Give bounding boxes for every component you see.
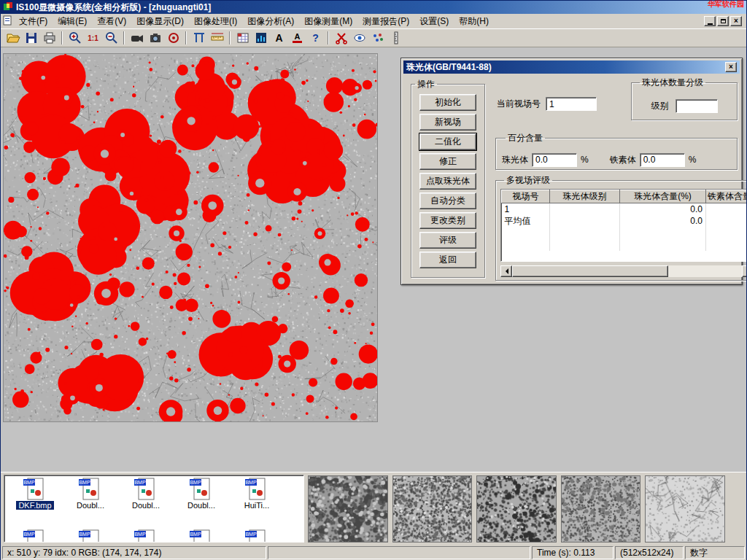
svg-text:BMP: BMP [245, 532, 257, 537]
file-label[interactable]: DKF.bmp [16, 501, 53, 510]
file-label[interactable]: Doubl... [185, 501, 217, 510]
new-field-button[interactable]: 新视场 [419, 114, 476, 131]
init-button[interactable]: 初始化 [419, 94, 476, 111]
thumbnail-3[interactable] [476, 475, 557, 542]
histogram-button[interactable] [252, 30, 270, 46]
toolbar-separator [123, 31, 125, 44]
file-item[interactable]: BMP [7, 529, 63, 542]
file-item[interactable]: BMP [63, 529, 118, 542]
delete-cut-button[interactable] [332, 30, 350, 46]
point-marker-button[interactable] [368, 30, 387, 46]
correct-button[interactable]: 修正 [419, 153, 476, 170]
file-item[interactable]: BMP Doubl... [174, 477, 229, 510]
col-header-field-no[interactable]: 视场号 [502, 190, 550, 203]
scroll-left-button[interactable] [500, 265, 512, 277]
thumbnail-1[interactable] [308, 475, 388, 542]
scroll-right-button[interactable] [742, 265, 746, 277]
ferrite-input[interactable]: 0.0 [640, 153, 685, 167]
file-label[interactable]: HuiTi... [242, 501, 271, 510]
help-icon: ? [312, 32, 319, 44]
zoom-out-button[interactable] [102, 30, 120, 46]
dialog-close-button[interactable]: × [725, 62, 737, 72]
bmp-file-icon: BMP [188, 477, 214, 501]
left-arrow-icon [503, 268, 508, 274]
menu-file[interactable]: 文件(F) [14, 14, 53, 29]
menu-image-analysis[interactable]: 图像分析(A) [242, 14, 299, 29]
binarize-button[interactable]: 二值化 [419, 133, 476, 150]
col-header-ferrite-content[interactable]: 铁素体含量(%) [706, 190, 747, 203]
file-browser[interactable]: BMP DKF.bmp BMP Doubl... BMP Doubl... BM… [4, 475, 304, 542]
thumbnail-5[interactable] [645, 475, 725, 542]
grade-input[interactable] [676, 99, 718, 113]
ruler-measure-button[interactable] [208, 30, 226, 46]
table-row[interactable]: 平均值 0.0 [502, 215, 747, 228]
right-arrow-icon [746, 268, 747, 274]
menubar: 文件(F) 编辑(E) 查看(V) 图像显示(D) 图像处理(I) 图像分析(A… [1, 14, 746, 28]
file-label[interactable]: Doubl... [130, 501, 162, 510]
col-header-pearlite-grade[interactable]: 珠光体级别 [550, 190, 620, 203]
ruler-icon [210, 31, 225, 45]
menu-edit[interactable]: 编辑(E) [53, 14, 92, 29]
pearlite-dialog: 珠光体(GB/T9441-88) × 操作 初始化 新视场 二值化 修正 点取珠… [400, 58, 743, 285]
current-field-input[interactable]: 1 [546, 97, 597, 111]
file-item[interactable]: BMP HuiTi... [229, 477, 285, 510]
font-color-button[interactable]: A [288, 30, 306, 46]
current-field-label: 当前视场号 [497, 98, 541, 110]
zoom-in-button[interactable] [66, 30, 84, 46]
help-button[interactable]: ? [306, 30, 325, 46]
camera-button[interactable] [146, 30, 164, 46]
open-button[interactable] [4, 30, 22, 46]
thumbnail-4[interactable] [561, 475, 641, 542]
scale-bar-button[interactable] [387, 30, 405, 46]
view-eye-button[interactable] [350, 30, 368, 46]
dialog-titlebar[interactable]: 珠光体(GB/T9441-88) × [403, 61, 740, 74]
mdi-close-button[interactable]: × [730, 16, 742, 26]
rate-button[interactable]: 评级 [419, 232, 476, 249]
menu-image-display[interactable]: 图像显示(D) [131, 14, 189, 29]
grid-icon [236, 31, 250, 45]
status-mode: 数字 [685, 546, 745, 559]
file-item[interactable]: BMP DKF.bmp [7, 477, 63, 510]
actual-size-button[interactable]: 1:1 [84, 30, 102, 46]
save-button[interactable] [22, 30, 40, 46]
pick-pearlite-button[interactable]: 点取珠光体 [419, 173, 476, 190]
caliper-button[interactable] [190, 30, 208, 46]
bmp-file-icon: BMP [244, 477, 270, 501]
video-capture-button[interactable] [128, 30, 146, 46]
save-floppy-icon [24, 31, 39, 45]
table-row[interactable]: 1 0.0 [502, 203, 747, 215]
grid-measure-button[interactable] [233, 30, 252, 46]
file-item[interactable]: BMP Doubl... [118, 477, 174, 510]
metallographic-image[interactable] [3, 53, 378, 422]
scrollbar-thumb[interactable] [512, 265, 668, 277]
menu-report[interactable]: 测量报告(P) [357, 14, 414, 29]
capture-target-button[interactable] [164, 30, 182, 46]
file-item[interactable]: BMP [174, 529, 229, 542]
change-class-button[interactable]: 更改类别 [419, 212, 476, 229]
operation-group-label: 操作 [415, 78, 437, 90]
file-item[interactable]: BMP [229, 529, 285, 542]
pearlite-input[interactable]: 0.0 [532, 153, 577, 167]
file-label[interactable]: Doubl... [74, 501, 107, 510]
zoom-in-icon [68, 31, 82, 45]
menu-help[interactable]: 帮助(H) [454, 14, 494, 29]
scrollbar-track[interactable] [512, 265, 742, 277]
bmp-file-icon: BMP [188, 529, 214, 542]
file-item[interactable]: BMP Doubl... [63, 477, 118, 510]
menu-settings[interactable]: 设置(S) [414, 14, 454, 29]
mdi-minimize-button[interactable] [704, 16, 716, 26]
col-header-pearlite-content[interactable]: 珠光体含量(%) [620, 190, 706, 203]
thumbnail-2[interactable] [392, 475, 473, 542]
menu-image-measure[interactable]: 图像测量(M) [299, 14, 357, 29]
menu-image-process[interactable]: 图像处理(I) [189, 14, 242, 29]
mdi-restore-button[interactable] [717, 16, 729, 26]
dialog-body: 操作 初始化 新视场 二值化 修正 点取珠光体 自动分类 更改类别 评级 返回 … [403, 74, 740, 281]
print-button[interactable] [40, 30, 58, 46]
video-camera-icon [130, 31, 144, 45]
auto-classify-button[interactable]: 自动分类 [419, 192, 476, 209]
text-annotate-button[interactable]: A [270, 30, 288, 46]
menu-view[interactable]: 查看(V) [92, 14, 131, 29]
file-item[interactable]: BMP [118, 529, 174, 542]
return-button[interactable]: 返回 [419, 252, 476, 268]
titlebar[interactable]: IS100显微摄像系统(金相分析版) - [zhuguangti01] 华军软件… [1, 1, 746, 14]
